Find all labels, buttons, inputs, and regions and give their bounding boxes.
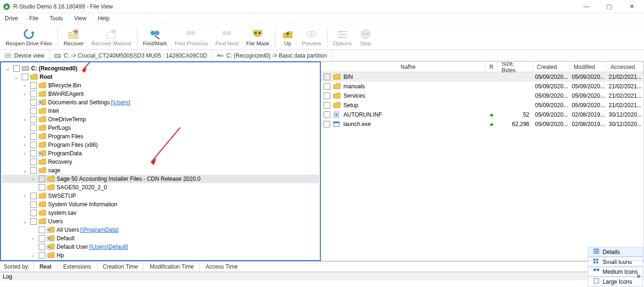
checkbox[interactable] xyxy=(39,184,45,191)
checkbox[interactable] xyxy=(324,121,330,127)
tree-item-program-files[interactable]: ›Program Files xyxy=(2,132,319,141)
tree-item-root[interactable]: ⌄Root xyxy=(2,73,319,81)
minimize-button[interactable]: — xyxy=(580,3,593,10)
tree-item-default-user[interactable]: Default User [\Users\Default] xyxy=(2,243,319,251)
tree-item-sage-50-accounting-installer-f[interactable]: ›Sage 50 Accounting Installer Files - CD… xyxy=(2,175,319,183)
sort-tab-real[interactable]: Real xyxy=(33,262,57,271)
expand-icon[interactable]: › xyxy=(21,193,28,199)
checkbox[interactable] xyxy=(30,167,37,174)
checkbox[interactable] xyxy=(30,201,37,208)
expand-icon[interactable]: › xyxy=(21,117,28,122)
checkbox[interactable] xyxy=(30,133,37,140)
checkbox[interactable] xyxy=(30,193,37,199)
expand-icon[interactable]: ⌄ xyxy=(21,168,28,174)
expand-icon[interactable]: › xyxy=(21,134,28,139)
toolbar-recover-marked[interactable]: Recover Marked xyxy=(88,25,135,49)
checkbox[interactable] xyxy=(39,252,45,259)
tree-item-system-volume-information[interactable]: System Volume Information xyxy=(2,200,319,209)
sort-tab-extensions[interactable]: Extensions xyxy=(57,262,97,271)
file-row-setup[interactable]: Setup05/09/2020...05/09/2020...21/02/202… xyxy=(321,101,644,110)
checkbox[interactable] xyxy=(30,91,37,97)
expand-icon[interactable]: › xyxy=(21,91,28,97)
toolbar-find-next[interactable]: Find Next xyxy=(211,25,242,49)
tab-c-crucial-ct240m500ssd3-mu05-1[interactable]: C: -> Crucial_CT240M500SSD3 MU05 : 14280… xyxy=(50,50,212,61)
checkbox[interactable] xyxy=(39,244,45,250)
column-name[interactable]: Name▴ xyxy=(331,62,485,72)
menu-file[interactable]: File xyxy=(27,14,40,23)
tree-item-default[interactable]: ›Default xyxy=(2,234,319,243)
toolbar-find-previous[interactable]: Find Previous xyxy=(171,25,211,49)
view-medium-icons[interactable]: Medium Icons xyxy=(588,267,643,277)
checkbox[interactable] xyxy=(30,82,37,89)
toolbar-find-mark[interactable]: Find/Mark xyxy=(139,25,171,49)
sort-tab-access-time[interactable]: Access Time xyxy=(200,262,243,271)
file-row-bin[interactable]: BIN05/09/2020...05/09/2020...21/02/2021.… xyxy=(321,72,644,82)
toolbar-preview[interactable]: Preview xyxy=(298,25,325,49)
tree-item-onedrivetemp[interactable]: ›OneDriveTemp xyxy=(2,115,319,124)
file-row-launch-exe[interactable]: launch.exe●62,29605/09/2020...02/08/2019… xyxy=(321,119,644,129)
tree-item-recovery[interactable]: Recovery xyxy=(2,158,319,166)
expand-icon[interactable]: ⌄ xyxy=(4,66,11,72)
expand-icon[interactable]: › xyxy=(21,151,28,156)
symlink-target[interactable]: [\Users\Default] xyxy=(89,244,128,250)
tree-item-swsetup[interactable]: ›SWSETUP xyxy=(2,192,319,200)
tree-item-hp[interactable]: ›Hp xyxy=(2,251,319,260)
checkbox[interactable] xyxy=(324,93,330,99)
column-r[interactable]: R xyxy=(485,62,498,72)
tree-item-users[interactable]: ⌄Users xyxy=(2,217,319,226)
file-row-autorun-inf[interactable]: AUTORUN.INF●5205/09/2020...02/08/2019...… xyxy=(321,110,644,119)
checkbox[interactable] xyxy=(39,235,45,242)
checkbox[interactable] xyxy=(22,74,28,80)
toolbar-reopen-drive-files[interactable]: Reopen Drive Files xyxy=(2,25,56,49)
column-accessed[interactable]: Accessed xyxy=(607,62,644,72)
checkbox[interactable] xyxy=(30,142,37,148)
file-row-services[interactable]: Services05/09/2020...05/09/2020...21/02/… xyxy=(321,91,644,101)
tree-item--winreagent[interactable]: ›$WinREAgent xyxy=(2,90,319,98)
expand-icon[interactable]: › xyxy=(21,83,28,88)
tree-item-public[interactable]: ›Public xyxy=(2,260,319,260)
checkbox[interactable] xyxy=(30,150,37,157)
checkbox[interactable] xyxy=(324,102,330,109)
menu-view[interactable]: View xyxy=(72,14,88,23)
tree-item-perflogs[interactable]: PerfLogs xyxy=(2,124,319,132)
checkbox[interactable] xyxy=(324,74,330,80)
toolbar-options[interactable]: Options xyxy=(329,25,356,49)
toolbar-recover[interactable]: Recover xyxy=(60,25,88,49)
toolbar-file-mask[interactable]: File Mask xyxy=(243,25,273,49)
checkbox[interactable] xyxy=(30,125,37,131)
column-modified[interactable]: Modified xyxy=(570,62,607,72)
checkbox[interactable] xyxy=(39,176,45,182)
checkbox[interactable] xyxy=(30,108,37,114)
log-close-icon[interactable]: ✕ xyxy=(636,273,641,280)
expand-icon[interactable]: ⌄ xyxy=(21,219,28,225)
symlink-target[interactable]: [\Users] xyxy=(111,99,130,106)
expand-icon[interactable]: › xyxy=(21,142,28,148)
maximize-button[interactable]: ▢ xyxy=(602,3,616,10)
checkbox[interactable] xyxy=(13,65,20,72)
checkbox[interactable] xyxy=(30,159,37,165)
symlink-target[interactable]: [\ProgramData] xyxy=(80,227,118,233)
toolbar-up[interactable]: Up xyxy=(277,25,298,49)
tab-device-view[interactable]: Device view xyxy=(0,50,50,61)
menu-help[interactable]: Help xyxy=(96,14,111,23)
column-size[interactable]: Size, Bytes xyxy=(498,62,533,72)
tree-item-program-files-x86-[interactable]: ›Program Files (x86) xyxy=(2,141,319,149)
tree-item--recycle-bin[interactable]: ›$Recycle.Bin xyxy=(2,81,319,90)
checkbox[interactable] xyxy=(30,99,37,106)
expand-icon[interactable]: › xyxy=(29,253,37,258)
expand-icon[interactable]: ⌄ xyxy=(12,74,20,80)
checkbox[interactable] xyxy=(39,227,45,233)
tree-item-sage50-2020-2-0[interactable]: SAGE50_2020_2_0 xyxy=(2,183,319,192)
tree-item-programdata[interactable]: ›ProgramData xyxy=(2,149,319,158)
tab-c-recognized0-basic-data-parti[interactable]: RecC: (Recognized0) -> Basic data partit… xyxy=(212,50,332,61)
checkbox[interactable] xyxy=(324,111,330,118)
tree-item-all-users[interactable]: All Users [\ProgramData] xyxy=(2,226,319,234)
tree-item-system-sav[interactable]: system.sav xyxy=(2,209,319,217)
close-button[interactable]: ✕ xyxy=(625,3,638,10)
tree-item-intel[interactable]: Intel xyxy=(2,107,319,115)
checkbox[interactable] xyxy=(30,116,37,123)
checkbox[interactable] xyxy=(30,210,37,216)
tree-item-sage[interactable]: ⌄sage xyxy=(2,166,319,175)
view-large-icons[interactable]: Large Icons xyxy=(588,277,643,287)
column-created[interactable]: Created xyxy=(533,62,570,72)
